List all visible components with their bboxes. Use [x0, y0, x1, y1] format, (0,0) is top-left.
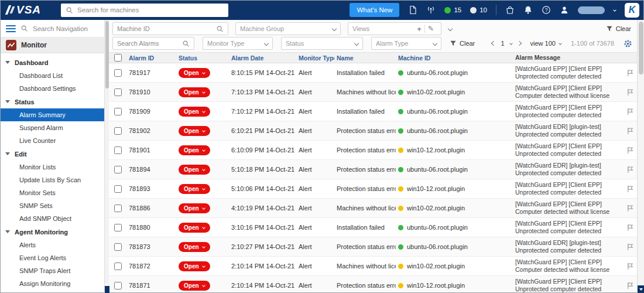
status-open-badge[interactable]: Open — [179, 87, 210, 97]
user-icon[interactable] — [560, 5, 569, 15]
row-checkbox[interactable] — [114, 263, 122, 270]
edit-view-button[interactable]: ✎ — [424, 25, 437, 33]
table-scrollbar[interactable] — [637, 20, 644, 293]
bell-icon[interactable] — [523, 5, 533, 15]
row-checkbox[interactable] — [114, 205, 122, 212]
column-header-name[interactable]: Name — [334, 54, 396, 62]
row-checkbox[interactable] — [114, 185, 122, 193]
sidebar-item-alarm-summary[interactable]: Alarm Summary — [0, 108, 104, 121]
previous-page-button[interactable] — [491, 41, 496, 46]
status-open-badge[interactable]: Open — [179, 145, 210, 155]
sidebar-item-monitor-log[interactable]: Monitor Log — [0, 290, 104, 293]
sidebar-item-suspend-alarm[interactable]: Suspend Alarm — [0, 121, 104, 134]
row-checkbox[interactable] — [114, 69, 122, 77]
status-open-badge[interactable]: Open — [179, 184, 210, 194]
search-alarms-input[interactable] — [117, 40, 182, 47]
row-checkbox[interactable] — [114, 224, 122, 231]
table-row[interactable]: 781872 Open 2:10:14 PM 14-Oct-21 Alert M… — [109, 257, 637, 276]
column-header-monitor-type[interactable]: Monitor Type — [296, 54, 334, 62]
column-header-machine-id[interactable]: Machine ID — [396, 54, 513, 62]
cart-icon[interactable] — [505, 5, 515, 15]
sidebar-item-dashboard-settings[interactable]: Dashboard Settings — [0, 82, 104, 95]
machine-search[interactable] — [61, 4, 228, 17]
sidebar-item-alerts[interactable]: Alerts — [0, 239, 104, 251]
scroll-down-button[interactable] — [638, 285, 644, 293]
menu-icon[interactable] — [6, 25, 16, 32]
scrollbar-thumb[interactable] — [639, 22, 643, 74]
sidebar-item-monitor-sets[interactable]: Monitor Sets — [0, 186, 104, 199]
scroll-down-button[interactable] — [105, 286, 109, 293]
row-checkbox[interactable] — [114, 108, 122, 115]
table-row[interactable]: 781894 Open 5:10:18 PM 14-Oct-21 Alert P… — [109, 160, 637, 179]
sidebar-item-monitor-lists[interactable]: Monitor Lists — [0, 161, 104, 173]
sidebar-item-update-lists-by-scan[interactable]: Update Lists By Scan — [0, 173, 104, 186]
select-all-checkbox[interactable] — [114, 54, 122, 62]
column-header-alarm-date[interactable]: Alarm Date — [229, 54, 296, 62]
table-row[interactable]: 781886 Open 4:10:19 PM 14-Oct-21 Alert M… — [109, 199, 637, 218]
sidebar-module-monitor[interactable]: Monitor — [0, 38, 104, 53]
sidebar-item-snmp-traps-alert[interactable]: SNMP Traps Alert — [0, 264, 104, 277]
view-count-dropdown[interactable]: view 100 — [530, 40, 561, 47]
next-page-button[interactable] — [516, 41, 521, 46]
sidebar-item-snmp-sets[interactable]: SNMP Sets — [0, 199, 104, 212]
sidebar-item-live-counter[interactable]: Live Counter — [0, 134, 104, 147]
table-row[interactable]: 781909 Open 7:10:12 PM 14-Oct-21 Alert I… — [109, 102, 637, 121]
table-row[interactable]: 781873 Open 2:10:27 PM 14-Oct-21 Alert P… — [109, 237, 637, 257]
sidebar-scrollbar[interactable] — [104, 20, 109, 293]
status-open-badge[interactable]: Open — [179, 68, 210, 78]
sidebar-group-status[interactable]: Status — [0, 95, 104, 108]
clear-alarm-filters-button[interactable]: Clear — [450, 40, 475, 47]
table-row[interactable]: 781871 Open 2:10:14 PM 14-Oct-21 Alert P… — [109, 276, 637, 293]
monitor-type-dropdown[interactable]: Monitor Type — [203, 37, 273, 50]
sidebar-group-edit[interactable]: Edit — [0, 147, 104, 161]
row-checkbox[interactable] — [114, 282, 122, 289]
status-open-badge[interactable]: Open — [179, 203, 210, 213]
scrollbar-thumb[interactable] — [105, 21, 109, 88]
flag-icon[interactable] — [626, 205, 634, 212]
flag-icon[interactable] — [626, 108, 634, 115]
flag-icon[interactable] — [626, 185, 634, 193]
row-checkbox[interactable] — [114, 166, 122, 173]
table-row[interactable]: 781880 Open 3:10:16 PM 14-Oct-21 Alert I… — [109, 218, 637, 237]
machine-id-input[interactable] — [117, 25, 216, 32]
column-header-alarm-message[interactable]: Alarm Message — [513, 54, 621, 62]
status-open-badge[interactable]: Open — [179, 281, 210, 291]
row-checkbox[interactable] — [114, 88, 122, 96]
settings-button[interactable] — [624, 39, 632, 48]
table-row[interactable]: 781910 Open 7:10:13 PM 14-Oct-21 Alert M… — [109, 83, 637, 102]
table-row[interactable]: 781901 Open 6:10:09 PM 14-Oct-21 Alert P… — [109, 141, 637, 160]
views-dropdown[interactable]: Views + ✎ — [348, 22, 441, 35]
whats-new-button[interactable]: What's New — [350, 3, 399, 17]
sidebar-group-agent-monitoring[interactable]: Agent Monitoring — [0, 225, 104, 239]
row-checkbox[interactable] — [114, 243, 122, 251]
machine-id-filter[interactable] — [112, 22, 228, 35]
search-icon[interactable] — [182, 40, 190, 47]
status-open-badge[interactable]: Open — [179, 126, 210, 136]
column-header-alarm-id[interactable]: Alarm ID — [126, 54, 176, 62]
status-open-badge[interactable]: Open — [179, 165, 210, 175]
status-open-badge[interactable]: Open — [179, 223, 210, 233]
table-row[interactable]: 781917 Open 8:10:15 PM 14-Oct-21 Alert I… — [109, 63, 637, 83]
flag-icon[interactable] — [626, 88, 634, 96]
status-open-badge[interactable]: Open — [179, 242, 210, 252]
flag-icon[interactable] — [626, 243, 634, 251]
status-open-badge[interactable]: Open — [179, 261, 210, 271]
column-header-status[interactable]: Status — [176, 54, 229, 62]
machine-search-input[interactable] — [77, 6, 224, 13]
row-checkbox[interactable] — [114, 127, 122, 135]
table-row[interactable]: 781902 Open 6:10:21 PM 14-Oct-21 Alert P… — [109, 121, 637, 141]
flag-icon[interactable] — [626, 146, 634, 154]
clear-view-filters-button[interactable]: Clear — [606, 25, 631, 32]
sidebar-group-dashboard[interactable]: Dashboard — [0, 56, 104, 69]
flag-icon[interactable] — [626, 127, 634, 135]
alarm-type-dropdown[interactable]: Alarm Type — [371, 37, 441, 50]
kaseya-logo[interactable]: K — [625, 3, 639, 18]
status-dropdown[interactable]: Status — [281, 37, 363, 50]
chevron-down-icon[interactable] — [448, 26, 453, 31]
agents-online-badge[interactable]: 15 — [444, 6, 461, 13]
search-navigation-input[interactable] — [33, 25, 98, 32]
add-view-button[interactable]: + — [414, 25, 424, 33]
broadcast-icon[interactable] — [426, 5, 436, 15]
document-icon[interactable] — [408, 5, 417, 15]
agents-offline-badge[interactable]: 10 — [470, 6, 487, 13]
